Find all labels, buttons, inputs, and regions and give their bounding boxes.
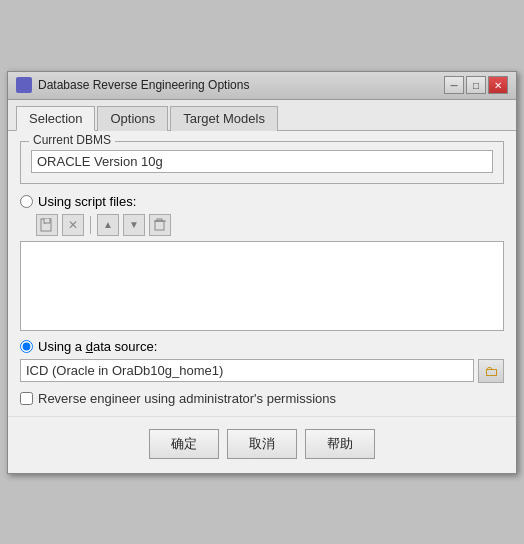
remove-script-icon: ✕: [68, 218, 78, 232]
svg-rect-2: [44, 218, 50, 223]
add-script-button[interactable]: [36, 214, 58, 236]
tab-bar: Selection Options Target Models: [8, 100, 516, 131]
admin-permissions-checkbox[interactable]: [20, 392, 33, 405]
window-icon: [16, 77, 32, 93]
clear-scripts-icon: [153, 218, 167, 232]
script-toolbar: ✕ ▲ ▼: [20, 214, 504, 236]
data-source-radio-row: Using a data source:: [20, 339, 504, 354]
move-up-icon: ▲: [103, 219, 113, 230]
add-script-icon: [40, 218, 54, 232]
ok-button[interactable]: 确定: [149, 429, 219, 459]
script-files-radio-row: Using script files:: [20, 194, 504, 209]
close-button[interactable]: ✕: [488, 76, 508, 94]
data-source-section: Using a data source: 🗀: [20, 339, 504, 383]
content-area: Current DBMS Using script files:: [8, 131, 516, 416]
browse-datasource-button[interactable]: 🗀: [478, 359, 504, 383]
dbms-input[interactable]: [31, 150, 493, 173]
script-files-label: Using script files:: [38, 194, 136, 209]
tab-selection[interactable]: Selection: [16, 106, 95, 131]
script-files-radio[interactable]: [20, 195, 33, 208]
move-down-button[interactable]: ▼: [123, 214, 145, 236]
svg-rect-5: [157, 219, 162, 221]
data-source-radio[interactable]: [20, 340, 33, 353]
datasource-input-row: 🗀: [20, 359, 504, 383]
window-title: Database Reverse Engineering Options: [38, 78, 249, 92]
remove-script-button[interactable]: ✕: [62, 214, 84, 236]
data-source-label: Using a data source:: [38, 339, 157, 354]
maximize-button[interactable]: □: [466, 76, 486, 94]
cancel-button[interactable]: 取消: [227, 429, 297, 459]
datasource-input[interactable]: [20, 359, 474, 382]
admin-permissions-label: Reverse engineer using administrator's p…: [38, 391, 336, 406]
footer: 确定 取消 帮助: [8, 416, 516, 473]
current-dbms-label: Current DBMS: [29, 133, 115, 147]
main-window: Database Reverse Engineering Options ─ □…: [7, 71, 517, 474]
title-bar-left: Database Reverse Engineering Options: [16, 77, 249, 93]
move-up-button[interactable]: ▲: [97, 214, 119, 236]
title-bar: Database Reverse Engineering Options ─ □…: [8, 72, 516, 100]
minimize-button[interactable]: ─: [444, 76, 464, 94]
move-down-icon: ▼: [129, 219, 139, 230]
clear-scripts-button[interactable]: [149, 214, 171, 236]
tab-options[interactable]: Options: [97, 106, 168, 131]
folder-icon: 🗀: [484, 363, 498, 379]
script-files-section: Using script files: ✕ ▲: [20, 194, 504, 331]
current-dbms-group: Current DBMS: [20, 141, 504, 184]
title-buttons: ─ □ ✕: [444, 76, 508, 94]
toolbar-separator: [90, 216, 91, 234]
tab-target-models[interactable]: Target Models: [170, 106, 278, 131]
svg-rect-3: [155, 221, 164, 230]
help-button[interactable]: 帮助: [305, 429, 375, 459]
script-list[interactable]: [20, 241, 504, 331]
admin-permissions-row: Reverse engineer using administrator's p…: [20, 391, 504, 406]
